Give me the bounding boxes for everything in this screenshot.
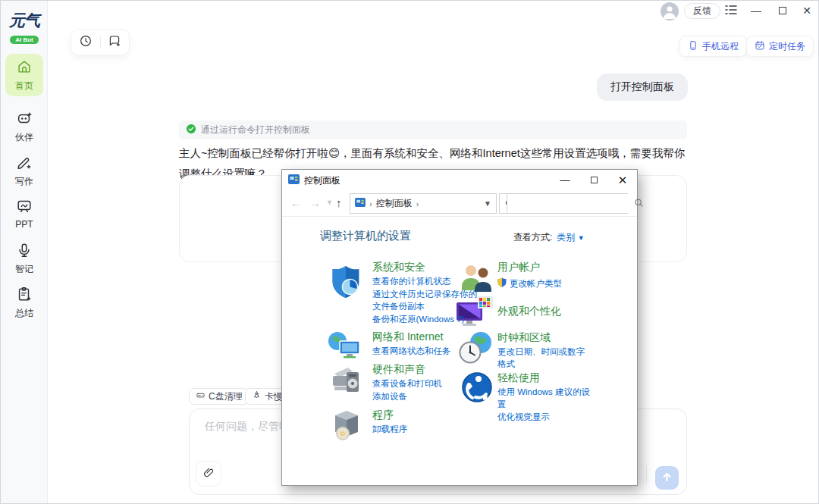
- category-link[interactable]: 添加设备: [372, 390, 480, 402]
- paperclip-icon: [202, 466, 215, 481]
- cp-search-box: [507, 193, 628, 214]
- hardware-sound-icon[interactable]: [328, 363, 362, 399]
- menu-icon[interactable]: [724, 4, 739, 17]
- category-title[interactable]: 轻松使用: [497, 371, 592, 385]
- sidebar-item-home[interactable]: 首页: [5, 54, 43, 96]
- up-icon[interactable]: ↑: [336, 196, 342, 209]
- feedback-button[interactable]: 反馈: [684, 3, 720, 19]
- category-title[interactable]: 用户帐户: [497, 261, 592, 274]
- search-icon[interactable]: [634, 197, 649, 211]
- category-system-security: 系统和安全 查看你的计算机状态 通过文件历史记录保存你的文件备份副本 备份和还原…: [372, 261, 480, 325]
- clipboard-icon: [16, 292, 33, 305]
- category-title[interactable]: 网络和 Internet: [372, 330, 480, 344]
- scheduled-task-button[interactable]: 定时任务: [746, 36, 814, 57]
- category-title[interactable]: 时钟和区域: [497, 331, 592, 345]
- category-title[interactable]: 外观和个性化: [497, 305, 592, 318]
- sidebar-item-writing[interactable]: 写作: [5, 149, 43, 192]
- app-close-button[interactable]: ✕: [799, 3, 815, 18]
- category-title[interactable]: 程序: [372, 409, 480, 422]
- send-button[interactable]: [655, 466, 679, 490]
- tag-disk-cleanup[interactable]: C盘清理: [189, 388, 249, 405]
- phone-icon: [688, 40, 698, 53]
- breadcrumb-separator: ›: [369, 199, 372, 208]
- cp-window-title: 控制面板: [304, 174, 340, 187]
- logo-text: 元气: [1, 10, 48, 31]
- category-link[interactable]: 查看网络状态和任务: [372, 345, 480, 357]
- sidebar-item-label: 写作: [5, 175, 43, 188]
- uac-shield-icon: [497, 277, 507, 290]
- sidebar-item-notes[interactable]: 智记: [5, 237, 43, 280]
- recent-pages-chevron-icon[interactable]: ▼: [326, 199, 333, 206]
- cp-maximize-button[interactable]: [579, 170, 608, 191]
- app-maximize-button[interactable]: [774, 3, 791, 18]
- category-title[interactable]: 硬件和声音: [372, 363, 480, 377]
- view-by-chevron-icon[interactable]: ▼: [578, 234, 585, 242]
- sidebar-item-label: 首页: [5, 80, 43, 92]
- sidebar-item-label: 伙伴: [5, 131, 43, 144]
- chat-toolbar: [71, 30, 130, 55]
- rocket-icon: [252, 390, 262, 402]
- control-panel-icon: [355, 198, 366, 209]
- sidebar-item-buddy[interactable]: 伙伴: [5, 105, 43, 148]
- category-programs: 程序 卸载程序: [372, 409, 480, 435]
- category-appearance: 外观和个性化: [497, 305, 592, 318]
- calendar-icon: [755, 40, 765, 53]
- category-link[interactable]: 备份和还原(Windows 7): [372, 313, 480, 325]
- sidebar-item-summary[interactable]: 总结: [5, 281, 43, 324]
- category-clock-region: 时钟和区域 更改日期、时间或数字格式: [497, 331, 592, 370]
- sidebar: 元气 AI Bot 首页 伙伴 写作 PPT 智记 总结: [1, 1, 48, 503]
- tool-status-bar: 通过运行命令打开控制面板: [179, 121, 687, 139]
- breadcrumb-separator[interactable]: ›: [416, 199, 419, 208]
- address-bar[interactable]: › 控制面板 › ▼: [350, 193, 497, 214]
- attach-button[interactable]: [196, 461, 221, 487]
- cp-search-input[interactable]: [507, 194, 634, 213]
- scheduled-task-label: 定时任务: [769, 40, 805, 53]
- tool-status-text: 通过运行命令打开控制面板: [201, 124, 310, 136]
- forward-icon[interactable]: →: [309, 196, 321, 209]
- user-avatar[interactable]: [661, 2, 679, 20]
- category-link[interactable]: 更改帐户类型: [510, 277, 562, 290]
- view-by-label: 查看方式:: [513, 232, 552, 243]
- cp-minimize-button[interactable]: —: [551, 170, 579, 191]
- new-chat-icon[interactable]: [108, 34, 121, 51]
- user-message-bubble: 打开控制面板: [597, 74, 688, 101]
- address-dropdown-chevron-icon[interactable]: ▼: [484, 199, 491, 208]
- back-icon[interactable]: ←: [290, 196, 302, 209]
- cp-titlebar[interactable]: 控制面板 — ✕: [282, 170, 637, 191]
- control-panel-window: 控制面板 — ✕ ← → ▼ ↑ › 控制面板 › ▼ 调整: [281, 169, 638, 486]
- divider: [646, 465, 647, 484]
- disk-icon: [196, 390, 206, 402]
- home-icon: [16, 64, 33, 77]
- app-window: 元气 AI Bot 首页 伙伴 写作 PPT 智记 总结 反: [0, 0, 819, 504]
- history-icon[interactable]: [79, 34, 93, 51]
- category-link[interactable]: 优化视觉显示: [497, 411, 592, 423]
- sidebar-item-label: 智记: [5, 263, 43, 276]
- pencil-icon: [16, 160, 33, 173]
- category-link[interactable]: 使用 Windows 建议的设置: [497, 386, 592, 410]
- check-circle-icon: [186, 124, 196, 136]
- category-link[interactable]: 查看你的计算机状态: [372, 275, 480, 287]
- category-link[interactable]: 卸载程序: [372, 423, 480, 435]
- network-internet-icon[interactable]: [326, 330, 362, 364]
- category-title[interactable]: 系统和安全: [372, 261, 480, 274]
- cp-close-button[interactable]: ✕: [608, 170, 637, 191]
- arrow-up-icon: [661, 471, 673, 485]
- programs-icon[interactable]: [332, 409, 361, 444]
- category-link[interactable]: 通过文件历史记录保存你的文件备份副本: [372, 288, 480, 312]
- phone-remote-button[interactable]: 手机远程: [679, 36, 747, 57]
- robot-icon: [16, 116, 33, 129]
- sidebar-item-label: PPT: [5, 219, 43, 230]
- sidebar-item-ppt[interactable]: PPT: [5, 193, 43, 233]
- category-hardware-sound: 硬件和声音 查看设备和打印机 添加设备: [372, 363, 480, 402]
- phone-remote-label: 手机远程: [702, 40, 739, 53]
- category-link[interactable]: 查看设备和打印机: [372, 377, 480, 390]
- microphone-icon: [16, 248, 33, 261]
- view-by-value[interactable]: 类别: [557, 232, 575, 243]
- breadcrumb[interactable]: 控制面板: [376, 197, 413, 210]
- app-minimize-button[interactable]: —: [748, 3, 764, 18]
- divider: [100, 36, 101, 49]
- tag-label: C盘清理: [209, 390, 243, 403]
- category-link[interactable]: 更改日期、时间或数字格式: [497, 346, 592, 370]
- system-security-icon[interactable]: [329, 264, 362, 303]
- view-by-control: 查看方式:类别 ▼: [513, 231, 585, 244]
